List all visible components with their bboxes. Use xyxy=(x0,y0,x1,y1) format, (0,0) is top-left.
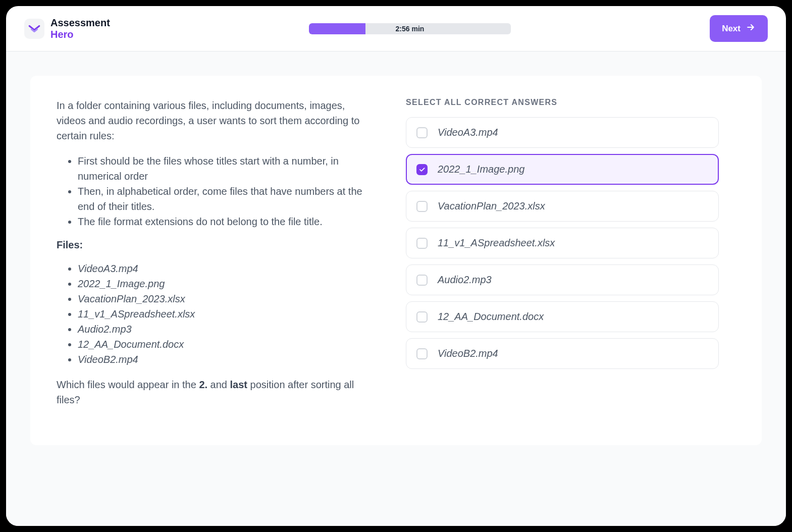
timer-progress: 2:56 min xyxy=(309,23,511,34)
file-item: 11_v1_ASpreadsheet.xlsx xyxy=(78,306,369,322)
checkbox-icon xyxy=(416,164,428,175)
file-item: Audio2.mp3 xyxy=(78,322,369,337)
brand-logo: Assessment Hero xyxy=(24,17,110,40)
timer-label: 2:56 min xyxy=(396,25,425,33)
app-window: Assessment Hero 2:56 min Next In a folde… xyxy=(6,6,786,526)
answer-option[interactable]: VacationPlan_2023.xlsx xyxy=(406,191,719,222)
files-list: VideoA3.mp42022_1_Image.pngVacationPlan_… xyxy=(57,261,369,367)
file-item: VideoB2.mp4 xyxy=(78,352,369,367)
brand-icon xyxy=(24,19,44,39)
answers-heading: SELECT ALL CORRECT ANSWERS xyxy=(406,98,719,107)
answer-option-label: Audio2.mp3 xyxy=(438,274,492,286)
brand-line-1: Assessment xyxy=(50,17,110,29)
checkbox-icon xyxy=(416,201,428,212)
checkbox-icon xyxy=(416,348,428,359)
answer-option[interactable]: 11_v1_ASpreadsheet.xlsx xyxy=(406,228,719,258)
rule-item: The file format extensions do not belong… xyxy=(78,214,369,229)
rules-list: First should be the files whose titles s… xyxy=(57,153,369,229)
header: Assessment Hero 2:56 min Next xyxy=(6,6,786,51)
progress-container: 2:56 min xyxy=(120,23,700,34)
rule-item: Then, in alphabetical order, come files … xyxy=(78,184,369,214)
answer-option-label: 11_v1_ASpreadsheet.xlsx xyxy=(438,237,555,249)
answer-option[interactable]: VideoA3.mp4 xyxy=(406,117,719,148)
brand-name: Assessment Hero xyxy=(50,17,110,40)
checkbox-icon xyxy=(416,311,428,323)
answer-option-label: 12_AA_Document.docx xyxy=(438,311,544,323)
question-intro: In a folder containing various files, in… xyxy=(57,98,369,143)
answer-option-label: VideoA3.mp4 xyxy=(438,127,498,138)
answer-option-label: VideoB2.mp4 xyxy=(438,348,498,359)
next-button-label: Next xyxy=(722,24,741,34)
next-button[interactable]: Next xyxy=(710,15,768,42)
answer-option[interactable]: Audio2.mp3 xyxy=(406,264,719,295)
answer-option[interactable]: 2022_1_Image.png xyxy=(406,154,719,185)
files-heading: Files: xyxy=(57,239,369,251)
answer-option-label: 2022_1_Image.png xyxy=(438,164,524,175)
file-item: VacationPlan_2023.xlsx xyxy=(78,291,369,306)
question-card: In a folder containing various files, in… xyxy=(30,76,762,445)
question-closing: Which files would appear in the 2. and l… xyxy=(57,377,369,407)
answers-column: SELECT ALL CORRECT ANSWERS VideoA3.mp420… xyxy=(406,98,719,423)
answer-options: VideoA3.mp42022_1_Image.pngVacationPlan_… xyxy=(406,117,719,369)
answer-option[interactable]: VideoB2.mp4 xyxy=(406,338,719,369)
checkbox-icon xyxy=(416,275,428,286)
checkbox-icon xyxy=(416,127,428,138)
file-item: 12_AA_Document.docx xyxy=(78,337,369,352)
checkbox-icon xyxy=(416,238,428,249)
answer-option-label: VacationPlan_2023.xlsx xyxy=(438,200,545,212)
arrow-right-icon xyxy=(746,22,756,35)
rule-item: First should be the files whose titles s… xyxy=(78,153,369,184)
file-item: 2022_1_Image.png xyxy=(78,276,369,291)
file-item: VideoA3.mp4 xyxy=(78,261,369,276)
progress-fill xyxy=(309,23,365,34)
answer-option[interactable]: 12_AA_Document.docx xyxy=(406,301,719,332)
main-area: In a folder containing various files, in… xyxy=(6,51,786,526)
brand-line-2: Hero xyxy=(50,29,110,40)
question-column: In a folder containing various files, in… xyxy=(57,98,369,423)
